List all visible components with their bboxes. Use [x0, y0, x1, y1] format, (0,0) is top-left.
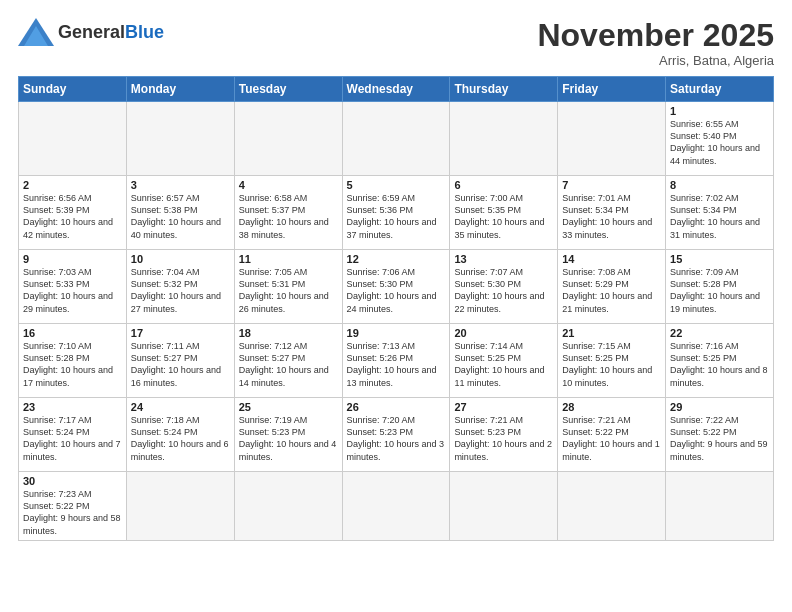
day-number: 20: [454, 327, 553, 339]
day-number: 2: [23, 179, 122, 191]
day-cell: 3Sunrise: 6:57 AM Sunset: 5:38 PM Daylig…: [126, 176, 234, 250]
day-cell: 10Sunrise: 7:04 AM Sunset: 5:32 PM Dayli…: [126, 250, 234, 324]
day-info: Sunrise: 7:10 AM Sunset: 5:28 PM Dayligh…: [23, 340, 122, 389]
day-info: Sunrise: 7:13 AM Sunset: 5:26 PM Dayligh…: [347, 340, 446, 389]
day-cell: 11Sunrise: 7:05 AM Sunset: 5:31 PM Dayli…: [234, 250, 342, 324]
day-info: Sunrise: 7:12 AM Sunset: 5:27 PM Dayligh…: [239, 340, 338, 389]
day-cell: 19Sunrise: 7:13 AM Sunset: 5:26 PM Dayli…: [342, 324, 450, 398]
day-number: 22: [670, 327, 769, 339]
logo: GeneralBlue: [18, 18, 164, 46]
page: GeneralBlue November 2025 Arris, Batna, …: [0, 0, 792, 612]
header-row: Sunday Monday Tuesday Wednesday Thursday…: [19, 77, 774, 102]
day-cell: [342, 102, 450, 176]
day-info: Sunrise: 7:16 AM Sunset: 5:25 PM Dayligh…: [670, 340, 769, 389]
col-friday: Friday: [558, 77, 666, 102]
day-info: Sunrise: 7:18 AM Sunset: 5:24 PM Dayligh…: [131, 414, 230, 463]
day-cell: [450, 102, 558, 176]
logo-icon: [18, 18, 54, 46]
day-number: 8: [670, 179, 769, 191]
day-cell: [234, 102, 342, 176]
day-info: Sunrise: 7:02 AM Sunset: 5:34 PM Dayligh…: [670, 192, 769, 241]
day-cell: 21Sunrise: 7:15 AM Sunset: 5:25 PM Dayli…: [558, 324, 666, 398]
day-cell: 16Sunrise: 7:10 AM Sunset: 5:28 PM Dayli…: [19, 324, 127, 398]
day-info: Sunrise: 6:56 AM Sunset: 5:39 PM Dayligh…: [23, 192, 122, 241]
day-cell: 24Sunrise: 7:18 AM Sunset: 5:24 PM Dayli…: [126, 398, 234, 472]
day-number: 27: [454, 401, 553, 413]
day-cell: 30Sunrise: 7:23 AM Sunset: 5:22 PM Dayli…: [19, 472, 127, 541]
day-number: 4: [239, 179, 338, 191]
col-sunday: Sunday: [19, 77, 127, 102]
day-number: 29: [670, 401, 769, 413]
day-number: 7: [562, 179, 661, 191]
day-number: 26: [347, 401, 446, 413]
day-info: Sunrise: 7:03 AM Sunset: 5:33 PM Dayligh…: [23, 266, 122, 315]
week-row-5: 30Sunrise: 7:23 AM Sunset: 5:22 PM Dayli…: [19, 472, 774, 541]
day-number: 30: [23, 475, 122, 487]
col-tuesday: Tuesday: [234, 77, 342, 102]
day-number: 21: [562, 327, 661, 339]
day-info: Sunrise: 7:08 AM Sunset: 5:29 PM Dayligh…: [562, 266, 661, 315]
week-row-2: 9Sunrise: 7:03 AM Sunset: 5:33 PM Daylig…: [19, 250, 774, 324]
day-cell: 9Sunrise: 7:03 AM Sunset: 5:33 PM Daylig…: [19, 250, 127, 324]
week-row-0: 1Sunrise: 6:55 AM Sunset: 5:40 PM Daylig…: [19, 102, 774, 176]
week-row-1: 2Sunrise: 6:56 AM Sunset: 5:39 PM Daylig…: [19, 176, 774, 250]
day-info: Sunrise: 7:20 AM Sunset: 5:23 PM Dayligh…: [347, 414, 446, 463]
day-info: Sunrise: 7:17 AM Sunset: 5:24 PM Dayligh…: [23, 414, 122, 463]
day-cell: [342, 472, 450, 541]
col-saturday: Saturday: [666, 77, 774, 102]
day-cell: 28Sunrise: 7:21 AM Sunset: 5:22 PM Dayli…: [558, 398, 666, 472]
logo-text: GeneralBlue: [58, 23, 164, 42]
week-row-3: 16Sunrise: 7:10 AM Sunset: 5:28 PM Dayli…: [19, 324, 774, 398]
day-number: 24: [131, 401, 230, 413]
day-cell: [666, 472, 774, 541]
month-year: November 2025: [537, 18, 774, 53]
day-cell: [234, 472, 342, 541]
day-number: 25: [239, 401, 338, 413]
day-info: Sunrise: 7:23 AM Sunset: 5:22 PM Dayligh…: [23, 488, 122, 537]
day-number: 6: [454, 179, 553, 191]
day-info: Sunrise: 6:55 AM Sunset: 5:40 PM Dayligh…: [670, 118, 769, 167]
day-cell: 20Sunrise: 7:14 AM Sunset: 5:25 PM Dayli…: [450, 324, 558, 398]
day-number: 16: [23, 327, 122, 339]
day-number: 28: [562, 401, 661, 413]
day-info: Sunrise: 7:00 AM Sunset: 5:35 PM Dayligh…: [454, 192, 553, 241]
location: Arris, Batna, Algeria: [537, 53, 774, 68]
day-number: 19: [347, 327, 446, 339]
day-cell: 5Sunrise: 6:59 AM Sunset: 5:36 PM Daylig…: [342, 176, 450, 250]
day-info: Sunrise: 6:59 AM Sunset: 5:36 PM Dayligh…: [347, 192, 446, 241]
day-cell: 7Sunrise: 7:01 AM Sunset: 5:34 PM Daylig…: [558, 176, 666, 250]
day-info: Sunrise: 7:07 AM Sunset: 5:30 PM Dayligh…: [454, 266, 553, 315]
day-info: Sunrise: 7:21 AM Sunset: 5:22 PM Dayligh…: [562, 414, 661, 463]
day-cell: [19, 102, 127, 176]
day-info: Sunrise: 7:19 AM Sunset: 5:23 PM Dayligh…: [239, 414, 338, 463]
day-cell: 29Sunrise: 7:22 AM Sunset: 5:22 PM Dayli…: [666, 398, 774, 472]
col-monday: Monday: [126, 77, 234, 102]
day-info: Sunrise: 7:14 AM Sunset: 5:25 PM Dayligh…: [454, 340, 553, 389]
day-cell: [558, 102, 666, 176]
col-thursday: Thursday: [450, 77, 558, 102]
day-cell: 13Sunrise: 7:07 AM Sunset: 5:30 PM Dayli…: [450, 250, 558, 324]
week-row-4: 23Sunrise: 7:17 AM Sunset: 5:24 PM Dayli…: [19, 398, 774, 472]
day-cell: 23Sunrise: 7:17 AM Sunset: 5:24 PM Dayli…: [19, 398, 127, 472]
day-cell: 6Sunrise: 7:00 AM Sunset: 5:35 PM Daylig…: [450, 176, 558, 250]
day-cell: [450, 472, 558, 541]
day-info: Sunrise: 7:04 AM Sunset: 5:32 PM Dayligh…: [131, 266, 230, 315]
day-number: 13: [454, 253, 553, 265]
day-number: 10: [131, 253, 230, 265]
day-number: 17: [131, 327, 230, 339]
day-number: 18: [239, 327, 338, 339]
day-number: 14: [562, 253, 661, 265]
day-cell: 17Sunrise: 7:11 AM Sunset: 5:27 PM Dayli…: [126, 324, 234, 398]
day-number: 15: [670, 253, 769, 265]
day-cell: 25Sunrise: 7:19 AM Sunset: 5:23 PM Dayli…: [234, 398, 342, 472]
day-cell: 27Sunrise: 7:21 AM Sunset: 5:23 PM Dayli…: [450, 398, 558, 472]
day-info: Sunrise: 6:58 AM Sunset: 5:37 PM Dayligh…: [239, 192, 338, 241]
day-cell: 1Sunrise: 6:55 AM Sunset: 5:40 PM Daylig…: [666, 102, 774, 176]
day-cell: [126, 102, 234, 176]
day-number: 5: [347, 179, 446, 191]
day-info: Sunrise: 7:01 AM Sunset: 5:34 PM Dayligh…: [562, 192, 661, 241]
day-number: 3: [131, 179, 230, 191]
col-wednesday: Wednesday: [342, 77, 450, 102]
day-cell: 14Sunrise: 7:08 AM Sunset: 5:29 PM Dayli…: [558, 250, 666, 324]
day-info: Sunrise: 7:09 AM Sunset: 5:28 PM Dayligh…: [670, 266, 769, 315]
